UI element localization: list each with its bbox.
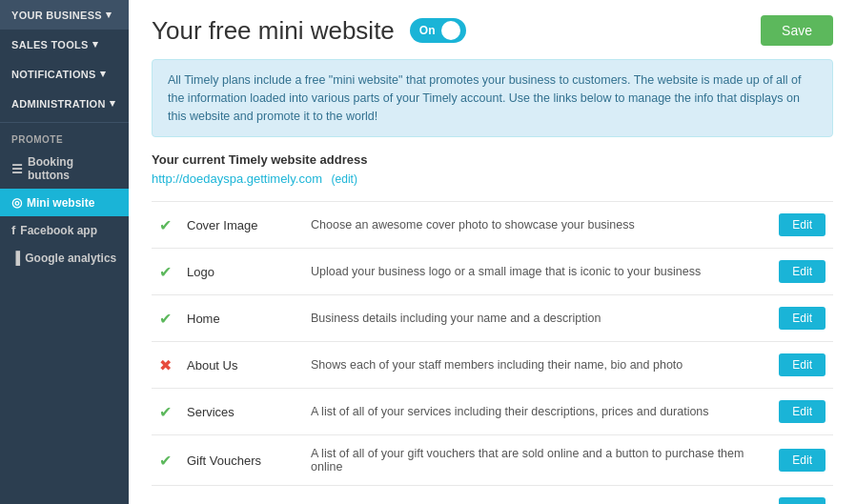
item-name-logo: Logo <box>179 249 303 295</box>
table-row-cover-image: ✔ Cover Image Choose an awesome cover ph… <box>152 202 833 249</box>
edit-button-logo[interactable]: Edit <box>779 260 825 283</box>
edit-btn-locations-hours[interactable]: Edit <box>766 486 833 504</box>
status-icon-logo: ✔ <box>152 249 179 295</box>
edit-btn-services[interactable]: Edit <box>766 389 833 435</box>
facebook-app-label: Facebook app <box>20 224 97 237</box>
sidebar-item-your-business[interactable]: YOUR BUSINESS ▾ <box>0 0 129 30</box>
item-name-gift-vouchers: Gift Vouchers <box>179 435 303 486</box>
edit-btn-cover-image[interactable]: Edit <box>766 202 833 249</box>
booking-buttons-label: Booking buttons <box>28 155 117 182</box>
item-name-locations-hours: Locations / Hours <box>179 486 303 504</box>
globe-icon: ◎ <box>11 195 22 210</box>
table-row-services: ✔ Services A list of all of your service… <box>152 389 833 435</box>
table-row-about-us: ✖ About Us Shows each of your staff memb… <box>152 342 833 389</box>
status-icon-about-us: ✖ <box>152 342 179 389</box>
item-desc-logo: Upload your business logo or a small ima… <box>303 249 766 295</box>
facebook-icon: f <box>11 223 15 237</box>
sidebar-item-sales-tools[interactable]: SALES TOOLS ▾ <box>0 30 129 59</box>
status-icon-home: ✔ <box>152 295 179 342</box>
sidebar: YOUR BUSINESS ▾ SALES TOOLS ▾ NOTIFICATI… <box>0 0 129 504</box>
main-content: Your free mini website On Save All Timel… <box>129 0 856 504</box>
google-analytics-label: Google analytics <box>25 252 116 265</box>
item-name-home: Home <box>179 295 303 342</box>
toggle-knob <box>441 21 460 40</box>
edit-button-home[interactable]: Edit <box>779 307 825 330</box>
items-table: ✔ Cover Image Choose an awesome cover ph… <box>152 201 833 504</box>
item-name-services: Services <box>179 389 303 435</box>
edit-btn-about-us[interactable]: Edit <box>766 342 833 389</box>
chevron-icon: ▾ <box>100 68 106 80</box>
page-header: Your free mini website On Save <box>152 15 833 46</box>
page-title: Your free mini website <box>152 16 395 46</box>
promote-section-label: PROMOTE <box>0 127 129 149</box>
chevron-icon: ▾ <box>92 38 98 50</box>
website-edit-link[interactable]: (edit) <box>332 172 357 186</box>
sidebar-item-facebook-app[interactable]: f Facebook app <box>0 216 129 244</box>
item-desc-locations-hours: The address and a map of each of your lo… <box>303 486 766 504</box>
edit-button-locations-hours[interactable]: Edit <box>779 497 825 504</box>
edit-btn-logo[interactable]: Edit <box>766 249 833 295</box>
chevron-icon: ▾ <box>110 97 115 110</box>
item-desc-services: A list of all of your services including… <box>303 389 766 435</box>
analytics-icon: ▐ <box>11 251 20 265</box>
sales-tools-label: SALES TOOLS <box>11 39 89 50</box>
mini-website-label: Mini website <box>27 196 94 210</box>
item-desc-cover-image: Choose an awesome cover photo to showcas… <box>303 202 766 249</box>
sidebar-item-administration[interactable]: ADMINISTRATION ▾ <box>0 89 129 118</box>
status-icon-services: ✔ <box>152 389 179 435</box>
item-name-cover-image: Cover Image <box>179 202 303 249</box>
edit-button-services[interactable]: Edit <box>779 400 825 423</box>
edit-button-cover-image[interactable]: Edit <box>779 213 825 236</box>
toggle-switch[interactable]: On <box>410 18 466 43</box>
item-desc-about-us: Shows each of your staff members includi… <box>303 342 766 389</box>
edit-button-gift-vouchers[interactable]: Edit <box>779 449 825 472</box>
sidebar-item-google-analytics[interactable]: ▐ Google analytics <box>0 244 129 272</box>
notifications-label: NOTIFICATIONS <box>11 69 96 80</box>
table-row-gift-vouchers: ✔ Gift Vouchers A list of all of your gi… <box>152 435 833 486</box>
item-desc-home: Business details including your name and… <box>303 295 766 342</box>
table-row-locations-hours: ✔ Locations / Hours The address and a ma… <box>152 486 833 504</box>
edit-btn-home[interactable]: Edit <box>766 295 833 342</box>
chevron-icon: ▾ <box>106 9 112 21</box>
toggle-label: On <box>419 24 436 37</box>
table-row-home: ✔ Home Business details including your n… <box>152 295 833 342</box>
website-url-link[interactable]: http://doedayspa.gettimely.com <box>152 171 322 186</box>
booking-icon: ☰ <box>11 162 23 176</box>
edit-button-about-us[interactable]: Edit <box>779 353 825 376</box>
edit-btn-gift-vouchers[interactable]: Edit <box>766 435 833 486</box>
item-desc-gift-vouchers: A list of all of your gift vouchers that… <box>303 435 766 486</box>
item-name-about-us: About Us <box>179 342 303 389</box>
status-icon-cover-image: ✔ <box>152 202 179 249</box>
info-banner: All Timely plans include a free "mini we… <box>152 59 833 137</box>
status-icon-gift-vouchers: ✔ <box>152 435 179 486</box>
table-row-logo: ✔ Logo Upload your business logo or a sm… <box>152 249 833 295</box>
your-business-label: YOUR BUSINESS <box>11 10 102 21</box>
status-icon-locations-hours: ✔ <box>152 486 179 504</box>
save-button[interactable]: Save <box>761 15 833 46</box>
administration-label: ADMINISTRATION <box>11 98 106 110</box>
website-address-section: Your current Timely website address http… <box>152 152 833 186</box>
sidebar-item-mini-website[interactable]: ◎ Mini website <box>0 189 129 216</box>
website-address-label: Your current Timely website address <box>152 152 833 167</box>
sidebar-item-notifications[interactable]: NOTIFICATIONS ▾ <box>0 59 129 89</box>
sidebar-item-booking-buttons[interactable]: ☰ Booking buttons <box>0 149 129 189</box>
